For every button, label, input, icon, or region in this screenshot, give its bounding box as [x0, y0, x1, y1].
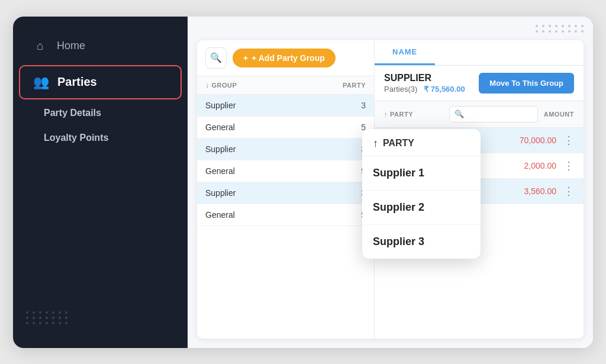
sidebar-sub-menu: Party Details Loyalty Points	[13, 101, 188, 150]
parties-count: Parties(3)	[384, 85, 417, 94]
dropdown-item-supplier2[interactable]: Supplier 2	[362, 191, 481, 225]
supplier-amount: ₹ 75,560.00	[424, 85, 465, 94]
table-row[interactable]: General5	[197, 204, 374, 226]
top-right-dots	[536, 25, 585, 33]
more-options-icon[interactable]: ⋮	[563, 159, 574, 172]
main-content: 🔍 + + Add Party Group ↓ GROUP PARTY	[188, 17, 593, 348]
group-col-header: ↓ GROUP	[205, 81, 343, 89]
party-search-input[interactable]: 🔍	[449, 106, 538, 123]
party-row-amount-1: 70,000.00	[520, 136, 556, 145]
search-icon-small: 🔍	[454, 109, 464, 118]
party-col-header-detail: ↑ PARTY	[384, 111, 413, 118]
add-party-group-button[interactable]: + + Add Party Group	[233, 49, 336, 67]
search-icon: 🔍	[210, 52, 222, 63]
home-icon: ⌂	[32, 38, 49, 54]
plus-icon: +	[243, 53, 248, 63]
dropdown-item-supplier3[interactable]: Supplier 3	[362, 225, 481, 259]
supplier-info: SUPPLIER Parties(3) ₹ 75,560.00	[384, 73, 465, 94]
move-to-group-button[interactable]: Move To This Group	[479, 73, 574, 94]
up-arrow-icon: ↑	[373, 137, 378, 150]
table-row[interactable]: Supplier3	[197, 182, 374, 204]
amount-col-header: AMOUNT	[544, 111, 574, 118]
more-options-icon[interactable]: ⋮	[563, 185, 574, 198]
name-tab-bar: NAME	[375, 40, 584, 66]
group-rows: Supplier3 General5 Supplier3 General5 Su…	[197, 95, 374, 339]
party-row-amount-3: 3,560.00	[524, 186, 557, 196]
table-row[interactable]: Supplier3	[197, 95, 374, 117]
party-col-header: PARTY	[343, 81, 366, 89]
dropdown-item-supplier1[interactable]: Supplier 1	[362, 156, 481, 191]
dropdown-header: ↑ PARTY	[362, 129, 481, 156]
search-button[interactable]: 🔍	[205, 47, 227, 69]
sidebar-item-parties[interactable]: 👥 Parties	[19, 65, 182, 99]
party-table-header: ↑ PARTY 🔍 AMOUNT	[375, 101, 584, 128]
add-party-label: + Add Party Group	[252, 53, 325, 63]
group-list-panel: 🔍 + + Add Party Group ↓ GROUP PARTY	[197, 40, 375, 339]
sidebar-home-label: Home	[57, 40, 85, 52]
app-container: ⌂ Home 👥 Parties Party Details Loyalty P…	[13, 17, 593, 348]
sidebar-item-home[interactable]: ⌂ Home	[19, 30, 182, 63]
sidebar-parties-label: Parties	[57, 75, 97, 89]
tab-name[interactable]: NAME	[375, 40, 435, 65]
group-list-header: ↓ GROUP PARTY	[197, 76, 374, 95]
table-row[interactable]: Supplier3	[197, 138, 374, 160]
party-row-amount-2: 2,000.00	[524, 161, 557, 170]
sidebar-item-loyalty-points[interactable]: Loyalty Points	[31, 125, 188, 150]
parties-icon: 👥	[33, 75, 49, 90]
sidebar-dots-decoration	[13, 299, 188, 336]
more-options-icon[interactable]: ⋮	[563, 134, 574, 147]
up-arrow-icon: ↑	[384, 111, 388, 118]
supplier-title: SUPPLIER	[384, 73, 465, 83]
sort-down-icon: ↓	[205, 81, 209, 89]
table-row[interactable]: General5	[197, 160, 374, 182]
group-list-toolbar: 🔍 + + Add Party Group	[197, 40, 374, 76]
table-row[interactable]: General5	[197, 117, 374, 138]
supplier-meta: Parties(3) ₹ 75,560.00	[384, 85, 465, 94]
sidebar-item-party-details[interactable]: Party Details	[31, 101, 188, 125]
sidebar: ⌂ Home 👥 Parties Party Details Loyalty P…	[13, 17, 188, 348]
supplier-dropdown: ↑ PARTY Supplier 1 Supplier 2 Supplier 3	[362, 129, 481, 259]
supplier-header: SUPPLIER Parties(3) ₹ 75,560.00 Move To …	[375, 66, 584, 101]
dropdown-header-label: PARTY	[383, 138, 414, 149]
